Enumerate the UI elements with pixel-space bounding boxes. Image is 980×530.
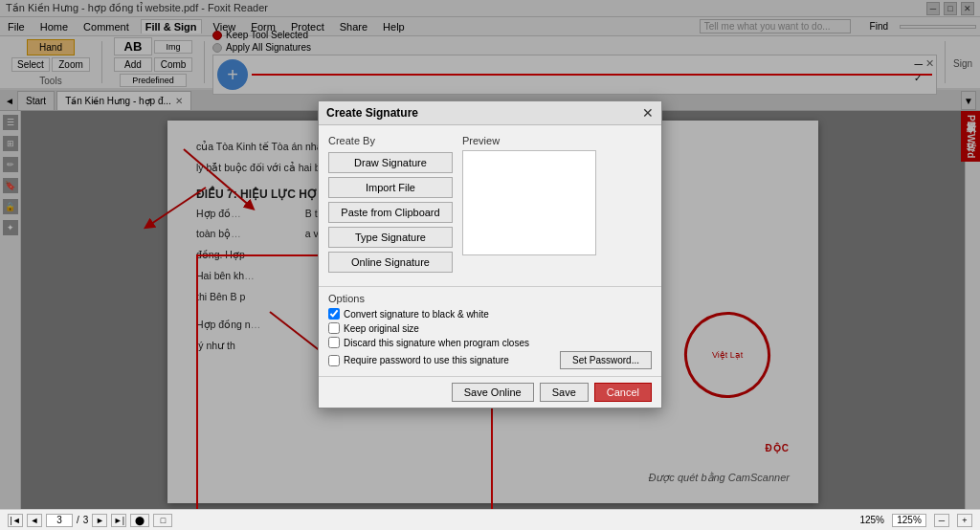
nav-prev-btn[interactable]: ◄: [27, 514, 42, 527]
create-signature-dialog: Create Signature ✕ Create By Draw Signat…: [318, 100, 662, 409]
online-signature-btn[interactable]: Online Signature: [328, 252, 453, 273]
nav-extra-1[interactable]: ⬤: [130, 514, 149, 527]
type-signature-btn[interactable]: Type Signature: [328, 227, 453, 248]
save-btn[interactable]: Save: [540, 383, 589, 402]
dialog-body: Create By Draw Signature Import File Pas…: [319, 125, 661, 286]
modal-overlay: Create Signature ✕ Create By Draw Signat…: [0, 0, 980, 509]
cancel-btn[interactable]: Cancel: [594, 383, 652, 402]
nav-next-btn[interactable]: ►: [92, 514, 107, 527]
nav-first-btn[interactable]: |◄: [8, 514, 23, 527]
status-bar: |◄ ◄ / 3 ► ►| ⬤ □ 125% ─ +: [0, 509, 980, 530]
zoom-out-btn[interactable]: ─: [934, 514, 949, 527]
option-label-4: Require password to use this signature: [344, 355, 509, 365]
set-password-btn[interactable]: Set Password...: [560, 351, 652, 369]
import-file-btn[interactable]: Import File: [328, 177, 453, 198]
page-input[interactable]: [46, 514, 73, 527]
paste-clipboard-btn[interactable]: Paste from Clipboard: [328, 202, 453, 223]
create-by-label: Create By: [328, 135, 453, 146]
dialog-title-bar: Create Signature ✕: [319, 101, 661, 125]
dialog-title: Create Signature: [326, 106, 418, 120]
zoom-level: 125%: [859, 515, 884, 525]
page-separator: /: [77, 515, 79, 525]
options-section: Options Convert signature to black & whi…: [319, 286, 661, 376]
options-label: Options: [328, 293, 652, 304]
option-checkbox-1[interactable]: [328, 308, 340, 320]
option-checkbox-3[interactable]: [328, 337, 340, 348]
status-right: 125% ─ +: [859, 514, 972, 527]
nav-last-btn[interactable]: ►|: [111, 514, 126, 527]
dialog-left: Create By Draw Signature Import File Pas…: [328, 135, 453, 276]
page-total: 3: [83, 515, 89, 525]
option-checkbox-2[interactable]: [328, 322, 340, 334]
option-checkbox-4[interactable]: [328, 355, 340, 366]
option-label-1: Convert signature to black & white: [344, 309, 489, 320]
dialog-footer: Save Online Save Cancel: [319, 376, 661, 408]
preview-label: Preview: [462, 135, 652, 146]
option-row-3: Discard this signature when program clos…: [328, 337, 652, 348]
preview-box: [462, 150, 596, 255]
save-online-btn[interactable]: Save Online: [452, 383, 534, 402]
option-row-1: Convert signature to black & white: [328, 308, 652, 320]
status-left: |◄ ◄ / 3 ► ►| ⬤ □: [8, 514, 172, 527]
option-label-3: Discard this signature when program clos…: [344, 338, 529, 348]
dialog-close-btn[interactable]: ✕: [642, 105, 654, 121]
option-row-4: Require password to use this signature S…: [328, 351, 652, 369]
option-label-2: Keep original size: [344, 323, 419, 334]
dialog-right: Preview: [462, 135, 652, 276]
zoom-in-btn[interactable]: +: [957, 514, 972, 527]
option-row-2: Keep original size: [328, 322, 652, 334]
zoom-input[interactable]: [892, 514, 926, 527]
draw-signature-btn[interactable]: Draw Signature: [328, 152, 453, 173]
nav-extra-2[interactable]: □: [153, 514, 172, 527]
